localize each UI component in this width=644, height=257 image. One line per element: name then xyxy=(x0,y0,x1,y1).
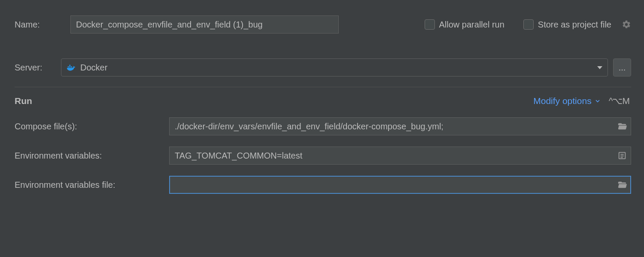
modify-options-link[interactable]: Modify options xyxy=(533,96,601,106)
name-label: Name: xyxy=(15,20,62,30)
env-vars-input[interactable] xyxy=(169,147,631,165)
gear-icon[interactable] xyxy=(622,20,631,29)
env-vars-input-wrap xyxy=(169,147,631,165)
env-vars-file-row: Environment variables file: xyxy=(15,176,631,194)
env-vars-label: Environment variables: xyxy=(15,151,169,161)
chevron-down-icon xyxy=(594,98,601,104)
folder-open-icon[interactable] xyxy=(617,122,627,131)
list-icon[interactable] xyxy=(617,151,627,160)
svg-rect-3 xyxy=(69,65,70,66)
docker-icon xyxy=(67,64,76,71)
env-vars-file-label: Environment variables file: xyxy=(15,180,169,190)
compose-files-label: Compose file(s): xyxy=(15,122,169,132)
section-divider xyxy=(15,87,631,87)
run-section-header: Run Modify options ^⌥M xyxy=(15,96,631,106)
shortcut-hint: ^⌥M xyxy=(609,96,629,106)
top-row: Name: Allow parallel run Store as projec… xyxy=(15,15,631,34)
compose-files-input-wrap xyxy=(169,117,631,135)
server-dropdown[interactable]: Docker xyxy=(61,58,608,76)
server-browse-button[interactable]: ... xyxy=(613,58,631,76)
chevron-down-icon xyxy=(597,66,602,69)
env-vars-file-input[interactable] xyxy=(169,176,631,194)
env-vars-row: Environment variables: xyxy=(15,147,631,165)
server-row: Server: Docker ... xyxy=(15,58,631,76)
svg-rect-2 xyxy=(71,66,72,67)
name-input[interactable] xyxy=(70,15,339,34)
folder-open-icon[interactable] xyxy=(617,180,627,190)
store-as-project-file-checkbox[interactable]: Store as project file xyxy=(523,19,611,30)
svg-rect-0 xyxy=(68,66,69,67)
compose-files-row: Compose file(s): xyxy=(15,117,631,135)
env-vars-file-input-wrap xyxy=(169,176,631,194)
server-label: Server: xyxy=(15,63,56,73)
modify-options-label: Modify options xyxy=(533,96,591,106)
allow-parallel-run-checkbox[interactable]: Allow parallel run xyxy=(425,19,504,30)
run-config-panel: Name: Allow parallel run Store as projec… xyxy=(0,0,644,194)
compose-files-input[interactable] xyxy=(169,117,631,135)
checkbox-box xyxy=(523,19,534,30)
svg-rect-1 xyxy=(69,66,70,67)
store-as-project-file-label: Store as project file xyxy=(538,20,611,30)
server-selected-value: Docker xyxy=(80,63,107,73)
ellipsis-label: ... xyxy=(619,63,626,73)
checkbox-box xyxy=(425,19,435,30)
allow-parallel-run-label: Allow parallel run xyxy=(439,20,504,30)
run-section-title: Run xyxy=(15,96,32,106)
